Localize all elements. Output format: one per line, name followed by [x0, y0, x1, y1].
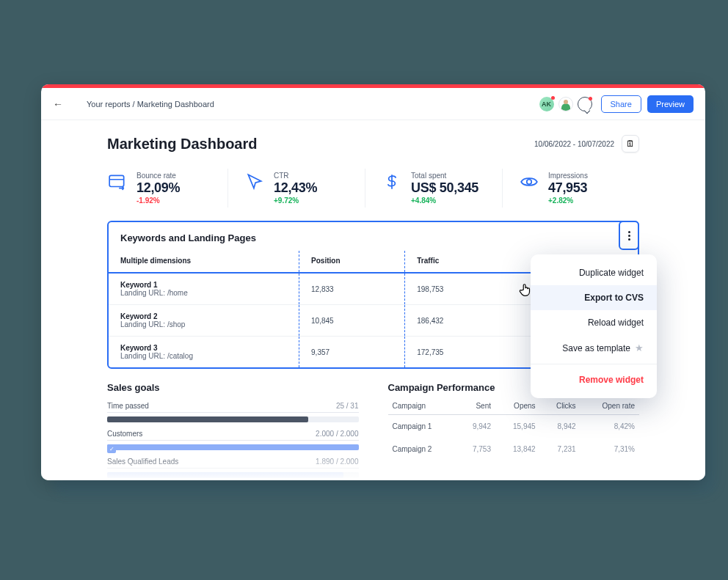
- col-position: Position: [299, 251, 405, 273]
- title-row: Marketing Dashboard 10/06/2022 - 10/07/2…: [107, 135, 639, 153]
- kpi-value: 12,43%: [274, 180, 317, 196]
- col-dimensions: Multiple dimensions: [109, 251, 299, 273]
- menu-save-template[interactable]: Save as template ★: [531, 335, 657, 361]
- breadcrumb[interactable]: Your reports / Marketing Dashboard: [87, 100, 214, 109]
- goal-sql: Sales Qualified Leads1.890 / 2.000: [107, 458, 359, 478]
- progress-bar: [107, 416, 359, 422]
- widget-title: Keywords and Landing Pages: [120, 232, 626, 243]
- dollar-icon: [382, 172, 402, 192]
- campaign-table: Campaign Sent Opens Clicks Open rate Cam…: [388, 402, 640, 460]
- calendar-icon: 🗓: [626, 139, 635, 149]
- goal-time-passed: Time passed25 / 31: [107, 402, 359, 422]
- table-row: Campaign 2 7,753 13,842 7,231 7,31%: [388, 438, 640, 460]
- menu-remove[interactable]: Remove widget: [531, 367, 657, 392]
- avatar-user-1[interactable]: AK: [539, 97, 554, 111]
- kpi-delta: +2.82%: [548, 197, 588, 205]
- col-clicks: Clicks: [540, 402, 580, 415]
- comments-icon[interactable]: [578, 97, 592, 111]
- header: ← Your reports / Marketing Dashboard AK …: [41, 88, 705, 120]
- kpi-bounce-rate: Bounce rate 12,09% -1.92%: [107, 169, 228, 208]
- page-title: Marketing Dashboard: [107, 136, 534, 153]
- pointer-hand-icon: [517, 282, 534, 298]
- col-opens: Opens: [495, 402, 540, 415]
- breadcrumb-root: Your reports /: [87, 100, 137, 109]
- progress-bar: ✓: [107, 444, 359, 450]
- date-range-text: 10/06/2022 - 10/07/2022: [534, 140, 614, 148]
- col-open-rate: Open rate: [580, 402, 639, 415]
- menu-divider: [531, 364, 657, 364]
- date-picker-button[interactable]: 🗓: [622, 135, 639, 153]
- table-row: Campaign 1 9,942 15,945 8,942 8,42%: [388, 415, 640, 438]
- widget-menu-button[interactable]: [619, 221, 639, 250]
- sales-goals-panel: Sales goals Time passed25 / 31 Customers…: [107, 382, 359, 480]
- menu-reload[interactable]: Reload widget: [531, 310, 657, 335]
- browser-exit-icon: [107, 172, 128, 192]
- kpi-row: Bounce rate 12,09% -1.92% CTR 12,43% +9.…: [107, 169, 639, 208]
- share-button[interactable]: Share: [601, 95, 641, 113]
- kpi-ctr: CTR 12,43% +9.72%: [228, 169, 365, 208]
- kpi-impressions: Impressions 47,953 +2.82%: [502, 169, 639, 208]
- widget-keywords: Keywords and Landing Pages Multiple dime…: [107, 221, 639, 369]
- goal-customers: Customers2.000 / 2.000 ✓: [107, 430, 359, 450]
- kpi-delta: +4.84%: [411, 197, 478, 205]
- menu-export-csv[interactable]: Export to CVS: [531, 285, 657, 310]
- cursor-arrow-icon: [244, 172, 265, 192]
- kpi-label: Bounce rate: [136, 172, 180, 180]
- kpi-delta: -1.92%: [136, 197, 180, 205]
- preview-button[interactable]: Preview: [647, 95, 694, 113]
- app-window: ← Your reports / Marketing Dashboard AK …: [41, 84, 705, 480]
- menu-duplicate[interactable]: Duplicate widget: [531, 260, 657, 285]
- avatar-user-2[interactable]: [558, 97, 573, 111]
- kpi-total-spent: Total spent US$ 50,345 +4.84%: [365, 169, 502, 208]
- svg-point-2: [527, 180, 532, 185]
- back-button[interactable]: ←: [53, 98, 68, 110]
- kpi-label: Impressions: [548, 172, 588, 180]
- widget-menu: Duplicate widget Export to CVS Reload wi…: [531, 254, 657, 398]
- sales-goals-title: Sales goals: [107, 382, 359, 393]
- content: Marketing Dashboard 10/06/2022 - 10/07/2…: [41, 120, 705, 480]
- kpi-value: 47,953: [548, 180, 588, 196]
- eye-icon: [519, 172, 539, 192]
- kpi-value: US$ 50,345: [411, 180, 478, 196]
- svg-rect-0: [109, 175, 124, 186]
- kpi-label: CTR: [274, 172, 317, 180]
- star-icon: ★: [635, 342, 644, 353]
- kpi-label: Total spent: [411, 172, 478, 180]
- progress-bar: [107, 472, 359, 478]
- breadcrumb-current: Marketing Dashboard: [137, 100, 214, 109]
- col-campaign: Campaign: [388, 402, 457, 415]
- col-sent: Sent: [456, 402, 495, 415]
- kpi-delta: +9.72%: [274, 197, 317, 205]
- kpi-value: 12,09%: [136, 180, 180, 196]
- check-icon: ✓: [107, 444, 116, 453]
